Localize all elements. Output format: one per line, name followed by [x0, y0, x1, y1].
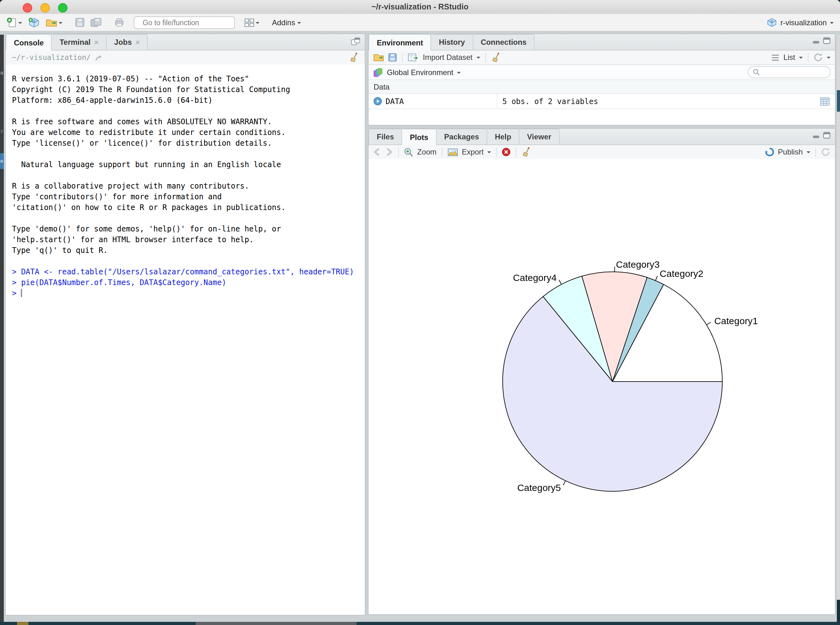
environment-search-input[interactable] [762, 68, 826, 77]
project-menu-button[interactable]: R r-visualization [765, 16, 835, 28]
plots-panel: Files Plots Packages Help Viewer [368, 128, 835, 615]
load-workspace-icon[interactable] [373, 53, 384, 62]
tab-console-label: Console [14, 38, 44, 47]
minimize-pane-icon[interactable] [812, 37, 820, 44]
refresh-plot-icon[interactable] [821, 148, 831, 156]
goto-working-directory-icon[interactable] [94, 54, 103, 61]
pie-label-category1: Category1 [714, 316, 757, 326]
tab-viewer-label: Viewer [527, 132, 551, 141]
maximize-pane-icon[interactable] [823, 37, 831, 44]
tab-history[interactable]: History [431, 34, 473, 50]
close-icon[interactable]: × [136, 39, 140, 46]
pie-label-leader [563, 480, 566, 485]
tab-viewer[interactable]: Viewer [519, 129, 559, 145]
search-icon [753, 69, 760, 76]
open-folder-icon [45, 18, 58, 27]
list-view-caret-icon[interactable] [799, 57, 803, 61]
new-project-button[interactable]: R [26, 16, 41, 30]
tab-console[interactable]: Console [6, 34, 52, 50]
new-file-icon [6, 17, 17, 28]
save-button[interactable] [74, 16, 86, 28]
clear-environment-icon[interactable] [491, 52, 500, 62]
tab-terminal-label: Terminal [60, 38, 90, 47]
export-plot-icon [447, 148, 458, 156]
svg-text:R: R [33, 18, 36, 24]
tab-files[interactable]: Files [369, 129, 402, 145]
background-desktop-strip [0, 622, 840, 625]
list-view-label[interactable]: List [784, 53, 795, 62]
addins-label: Addins [272, 18, 295, 27]
goto-file-box[interactable] [134, 16, 235, 29]
tab-help[interactable]: Help [486, 129, 519, 145]
environment-searchbox[interactable] [748, 66, 831, 78]
open-file-button[interactable] [44, 16, 64, 28]
tab-packages[interactable]: Packages [436, 129, 487, 145]
background-text-fragment: e [0, 153, 3, 169]
environment-scope-caret-icon[interactable] [457, 72, 461, 75]
refresh-caret-icon[interactable] [827, 57, 831, 61]
save-all-button[interactable] [89, 16, 103, 28]
minimize-window-button[interactable] [41, 3, 50, 12]
tab-jobs[interactable]: Jobs × [106, 34, 148, 50]
previous-plot-icon[interactable] [373, 148, 381, 156]
publish-caret-icon[interactable] [807, 151, 810, 155]
project-name-label: r-visualization [780, 18, 827, 27]
tab-plots-label: Plots [410, 133, 429, 141]
minimize-pane-icon[interactable] [812, 132, 820, 138]
remove-plot-icon[interactable] [502, 148, 511, 156]
panes-layout-button[interactable] [243, 17, 261, 28]
restore-pane-icon[interactable] [351, 37, 360, 45]
environment-object-row[interactable]: DATA 5 obs. of 2 variables [369, 94, 835, 109]
clear-console-icon[interactable] [349, 52, 358, 62]
addins-button[interactable]: Addins [271, 17, 302, 28]
next-plot-icon[interactable] [385, 148, 393, 156]
zoom-plot-label[interactable]: Zoom [417, 148, 436, 156]
print-button[interactable] [113, 16, 126, 28]
project-caret-icon [830, 22, 834, 26]
expand-object-icon[interactable] [374, 97, 382, 105]
tab-connections[interactable]: Connections [472, 34, 535, 50]
environment-scope-label[interactable]: Global Environment [387, 68, 454, 77]
environment-layers-icon [373, 67, 383, 77]
background-text-fragment: y [0, 128, 3, 134]
tab-jobs-label: Jobs [114, 38, 132, 47]
console-output[interactable]: R version 3.6.1 (2019-07-05) -- "Action … [6, 64, 365, 615]
import-dataset-caret-icon[interactable] [476, 57, 480, 61]
clear-all-plots-icon[interactable] [522, 147, 531, 157]
close-window-button[interactable] [23, 3, 32, 12]
view-table-icon[interactable] [820, 97, 830, 106]
goto-file-input[interactable] [141, 18, 241, 27]
pie-label-category3: Category3 [616, 259, 659, 270]
rstudio-window: ~/r-visualization - RStudio R [0, 0, 840, 622]
pie-label-leader [559, 280, 561, 285]
project-cube-icon: R [767, 18, 776, 27]
publish-icon [765, 148, 774, 156]
new-file-button[interactable] [5, 16, 23, 29]
save-icon [75, 18, 84, 27]
traffic-lights [23, 3, 67, 12]
save-workspace-icon[interactable] [388, 53, 397, 62]
close-icon[interactable]: × [94, 39, 98, 46]
publish-label[interactable]: Publish [778, 148, 803, 156]
export-caret-icon[interactable] [488, 151, 491, 155]
screen: ~/r-visualization - RStudio R [0, 0, 840, 625]
list-view-icon [771, 54, 780, 61]
pie-label-category4: Category4 [513, 272, 556, 283]
environment-tabbar: Environment History Connections [369, 34, 835, 50]
section-header-label: Data [374, 82, 390, 91]
export-plot-label[interactable]: Export [462, 148, 483, 156]
tab-files-label: Files [377, 132, 394, 141]
print-icon [114, 18, 124, 27]
environment-scope-row: Global Environment [369, 65, 835, 80]
plots-toolbar: Zoom Export Publish [369, 145, 835, 160]
environment-toolbar: Import Dataset List [369, 50, 835, 65]
fullscreen-window-button[interactable] [58, 3, 67, 12]
import-dataset-label[interactable]: Import Dataset [423, 53, 472, 62]
refresh-environment-icon[interactable] [814, 53, 823, 62]
tab-terminal[interactable]: Terminal × [51, 34, 107, 50]
maximize-pane-icon[interactable] [823, 132, 831, 139]
tab-environment[interactable]: Environment [369, 34, 432, 50]
zoom-plot-icon [404, 147, 413, 157]
tab-plots[interactable]: Plots [402, 129, 437, 145]
background-window-sliver-right [837, 35, 840, 625]
